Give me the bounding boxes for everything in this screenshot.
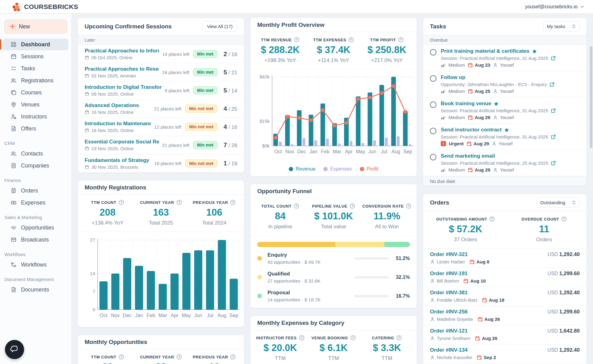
order-amount: USD 1,642.80	[548, 328, 580, 341]
help-icon[interactable]: ?	[350, 203, 355, 209]
banknote-icon	[11, 200, 17, 206]
sidebar-item-companies[interactable]: Companies	[3, 160, 68, 172]
sidebar-item-instructors[interactable]: Instructors	[3, 111, 68, 122]
external-link-icon[interactable]	[551, 134, 556, 139]
external-link-icon[interactable]	[551, 108, 556, 113]
user-menu[interactable]: yousef@coursebricks.io	[525, 4, 584, 10]
task-title-link[interactable]: Send instructor contract	[441, 127, 502, 133]
task-due-date: Aug 29	[475, 115, 490, 120]
svg-text:Jul: Jul	[381, 149, 387, 154]
help-icon[interactable]: ?	[294, 203, 299, 209]
new-button[interactable]: New	[4, 19, 67, 34]
help-icon[interactable]: ?	[119, 354, 124, 360]
task-title-link[interactable]: Print training material & certificates	[441, 48, 529, 54]
sidebar-item-dashboard[interactable]: Dashboard	[3, 39, 68, 50]
help-icon[interactable]: ?	[176, 200, 182, 205]
order-id-link[interactable]: Order #INV-121	[430, 328, 497, 334]
svg-text:?: ?	[563, 217, 565, 221]
sidebar-item-orders[interactable]: Orders	[3, 185, 68, 196]
task-title-link[interactable]: Send marketing email	[441, 153, 495, 159]
help-icon[interactable]: ?	[176, 354, 182, 360]
help-icon[interactable]: ?	[398, 37, 404, 43]
registrations-chart: 071427OctNovDecJanFebMarAprMayJunJulAugS…	[78, 232, 244, 327]
legend-dot	[360, 167, 364, 171]
kpi-value: 84	[254, 211, 307, 222]
topbar: COURSEBRICKS yousef@coursebricks.io	[0, 0, 593, 14]
help-icon[interactable]: ?	[119, 200, 124, 205]
sidebar-item-registrations[interactable]: Registrations	[3, 75, 68, 86]
help-icon[interactable]: ?	[561, 216, 567, 222]
help-icon[interactable]: ?	[348, 37, 354, 43]
legend-item[interactable]: Expenses	[323, 166, 352, 172]
sidebar-item-sessions[interactable]: Sessions	[3, 51, 68, 62]
star-icon[interactable]	[504, 127, 509, 133]
sidebar-item-label: Offers	[21, 126, 36, 132]
sidebar-item-documents[interactable]: Documents	[3, 284, 68, 296]
session-title-link[interactable]: Practical Approaches to Research and …	[85, 66, 159, 72]
sidebar-item-broadcasts[interactable]: Broadcasts	[3, 234, 68, 246]
task-checkbox[interactable]	[430, 101, 436, 108]
kpi-label: PIPELINE VALUE	[312, 204, 347, 209]
task-checkbox[interactable]	[430, 75, 436, 82]
order-id-link[interactable]: Order #INV-191	[430, 271, 486, 277]
session-date: 23 Nov 2025, Online	[91, 146, 134, 151]
session-title-link[interactable]: Advanced Operations	[85, 102, 151, 109]
page-scrollbar[interactable]	[590, 46, 592, 148]
help-icon[interactable]: ?	[350, 335, 356, 341]
legend-item[interactable]: Revenue	[289, 166, 315, 172]
session-title-link[interactable]: Practical Approaches to Information T…	[85, 48, 159, 54]
chat-widget-button[interactable]	[5, 340, 24, 359]
svg-text:?: ?	[178, 201, 180, 204]
help-icon[interactable]: ?	[406, 203, 411, 209]
sidebar-item-courses[interactable]: Courses	[3, 87, 68, 98]
updown-chevron-icon	[572, 24, 576, 29]
task-title-link[interactable]: Follow up	[441, 74, 465, 81]
session-title-link[interactable]: Fundamentals of Strategy	[85, 157, 151, 163]
stage-detail: 27 opportunities · $ 32.6K	[267, 278, 354, 283]
sidebar-item-label: Courses	[21, 89, 42, 96]
task-checkbox[interactable]	[430, 128, 436, 134]
order-id-link[interactable]: Order #INV-381	[430, 290, 504, 296]
svg-text:Dec: Dec	[123, 313, 132, 318]
sidebar-item-workflows[interactable]: Workflows	[3, 259, 68, 271]
sidebar-section-label: CRM	[4, 141, 71, 146]
task-checkbox[interactable]	[430, 154, 436, 160]
sidebar-item-expenses[interactable]: Expenses	[3, 197, 68, 209]
help-icon[interactable]: ?	[230, 200, 236, 205]
help-icon[interactable]: ?	[230, 354, 236, 360]
sidebar-item-contacts[interactable]: Contacts	[3, 148, 68, 159]
session-title-link[interactable]: Introduction to Digital Transformation	[85, 84, 162, 90]
sidebar-item-offers[interactable]: Offers	[3, 123, 68, 134]
star-icon[interactable]	[532, 49, 537, 54]
sidebar-item-tasks[interactable]: Tasks	[3, 63, 68, 74]
help-icon[interactable]: ?	[489, 216, 495, 222]
sidebar-item-venues[interactable]: Venues	[3, 99, 68, 110]
session-row: Fundamentals of Strategy 30 Nov 2025, Br…	[78, 154, 244, 172]
kpi-current-year: CURRENT YEAR ? 163 Total 2025	[134, 200, 188, 226]
sidebar-item-opportunities[interactable]: Opportunities	[3, 222, 68, 234]
session-title-link[interactable]: Essential Corporate Social Responsibili…	[85, 139, 159, 145]
tasks-filter-select[interactable]: My tasks	[543, 21, 580, 31]
task-title-link[interactable]: Book training venue	[441, 101, 491, 107]
help-icon[interactable]: ?	[396, 335, 402, 341]
task-checkbox[interactable]	[430, 49, 436, 56]
kpi-label: TTM COUNT	[91, 200, 116, 205]
order-id-link[interactable]: Order #INV-134	[430, 347, 496, 353]
session-title-link[interactable]: Introduction to Maintenance	[85, 121, 151, 127]
external-link-icon[interactable]	[549, 82, 555, 87]
help-icon[interactable]: ?	[294, 37, 300, 43]
view-all-sessions-button[interactable]: View All (17)	[202, 21, 237, 31]
legend-item[interactable]: Profit	[360, 166, 378, 172]
star-icon[interactable]	[494, 101, 499, 106]
external-link-icon[interactable]	[551, 160, 556, 166]
calendar-x-icon	[469, 259, 475, 264]
svg-text:Jan: Jan	[135, 313, 143, 318]
help-icon[interactable]: ?	[299, 335, 305, 341]
kpi-value: 11	[505, 224, 584, 235]
external-link-icon[interactable]	[551, 56, 556, 61]
order-id-link[interactable]: Order #INV-256	[430, 309, 500, 315]
order-id-link[interactable]: Order #INV-321	[430, 251, 489, 258]
svg-text:Nov: Nov	[111, 313, 120, 318]
kpi-value: 13	[187, 362, 241, 364]
orders-filter-select[interactable]: Outstanding	[536, 197, 580, 208]
